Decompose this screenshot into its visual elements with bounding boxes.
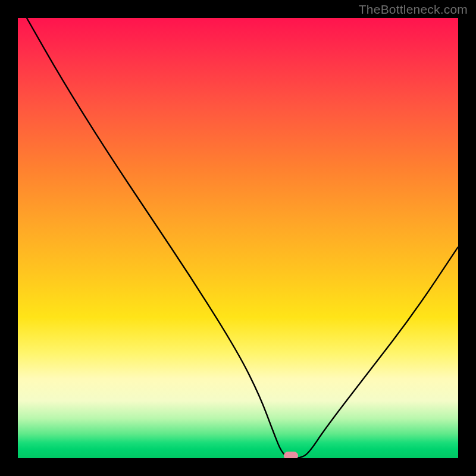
watermark-text: TheBottleneck.com	[359, 2, 468, 17]
optimal-point-marker	[284, 452, 298, 458]
curve-layer	[18, 18, 458, 458]
plot-area	[18, 18, 458, 458]
bottleneck-curve	[27, 18, 458, 458]
chart-frame: TheBottleneck.com	[0, 0, 476, 476]
